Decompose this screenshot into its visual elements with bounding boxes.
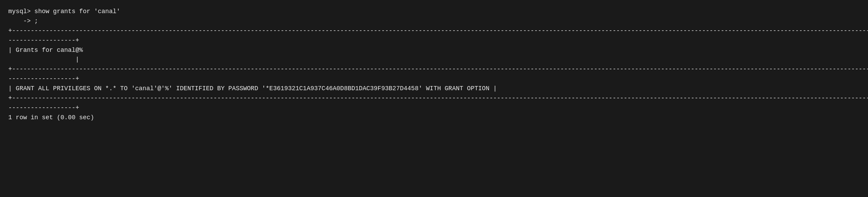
result-summary: 1 row in set (0.00 sec) [8, 113, 860, 123]
grant-row: | GRANT ALL PRIVILEGES ON *.* TO 'canal'… [8, 84, 860, 94]
header-row-cont: | [8, 55, 860, 65]
separator-top-2: ------------------+ [8, 36, 860, 46]
command-line-1: mysql> show grants for 'canal' [8, 7, 860, 17]
terminal-window: mysql> show grants for 'canal' -> ; +---… [0, 0, 868, 197]
separator-mid-1: +---------------------------------------… [8, 65, 860, 74]
separator-bot-1: +---------------------------------------… [8, 94, 860, 103]
command-line-2: -> ; [8, 17, 860, 26]
separator-top-1: +---------------------------------------… [8, 26, 860, 36]
header-row: | Grants for canal@% [8, 46, 860, 55]
separator-mid-2: ------------------+ [8, 74, 860, 84]
separator-bot-2: ------------------+ [8, 103, 860, 113]
